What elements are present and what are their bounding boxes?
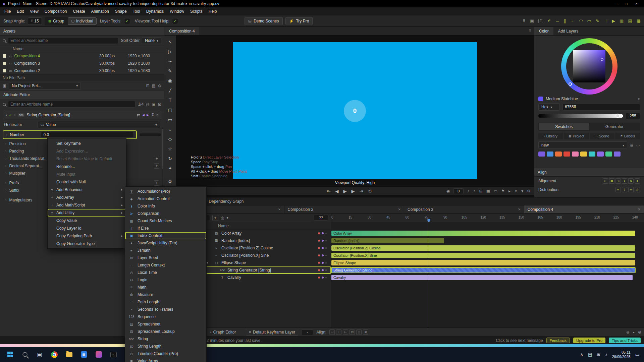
render-camera-icon[interactable]: ◉ <box>446 189 450 193</box>
asset-row[interactable]: ▭ Composition 2 30.00fps 644 x 362 <box>0 67 164 74</box>
visibility-circle-icon[interactable]: ○ <box>325 246 327 250</box>
context-menu-item[interactable]: + Copy Scripting Path ▸ <box>48 232 126 240</box>
submenu-item[interactable]: ↔ Length Context <box>125 261 206 269</box>
sv-selector[interactable] <box>601 58 603 61</box>
close-tab-icon[interactable]: × <box>278 207 280 212</box>
tab-generator[interactable]: Generator <box>590 123 640 130</box>
submenu-item[interactable]: ∑ Accumulator (Pro) <box>125 188 206 195</box>
alpha-slider[interactable] <box>538 114 623 118</box>
swatch-menu-icon[interactable]: ≣ <box>630 143 633 147</box>
keyframe-dot-icon[interactable] <box>318 240 320 242</box>
task-view-icon[interactable]: ▣ <box>32 347 47 362</box>
individual-button[interactable]: ▢ Individual <box>68 17 96 25</box>
maximize-button[interactable]: □ <box>621 1 631 6</box>
submenu-item[interactable]: = Math <box>125 284 206 291</box>
composition-tab[interactable]: Composition 4 × <box>524 205 644 213</box>
menu-item[interactable]: Create <box>70 9 88 14</box>
timeline-ruler[interactable]: 0153045607590105120135150165180195210225… <box>331 214 644 222</box>
color-swatch[interactable] <box>564 152 570 157</box>
keyframe-circle-icon[interactable]: ○ <box>5 149 6 153</box>
tray-meter-icon[interactable]: ▤ <box>588 352 592 357</box>
generator-dropdown[interactable]: 01 Value ▾ <box>38 121 160 128</box>
viewport-tab[interactable]: Composition 4 <box>164 27 200 35</box>
zoom-dot-icon[interactable]: ● <box>633 331 635 334</box>
keyframe-dot-icon[interactable] <box>318 247 320 249</box>
submenu-item[interactable]: 123 Sequence <box>125 313 206 320</box>
driver-dot-icon[interactable] <box>322 269 324 271</box>
snap-angle-field[interactable]: #15 <box>28 17 42 25</box>
submenu-item[interactable]: ✦ JavaScript Utility (Pro) <box>125 239 206 247</box>
keyframe-dot-icon[interactable] <box>318 269 320 271</box>
color-swatch[interactable] <box>589 152 595 157</box>
start-button[interactable] <box>3 347 17 362</box>
scene-tab[interactable]: ▭Scene <box>590 133 614 139</box>
assets-name-column-header[interactable]: Name <box>0 46 164 52</box>
menu-item[interactable]: File <box>1 9 14 14</box>
layer-tools-checkbox[interactable]: ✓ <box>124 18 130 24</box>
context-menu-item[interactable]: + Reset Attribute Value to Default ▸ <box>48 155 126 163</box>
close-tab-icon[interactable]: × <box>518 207 520 212</box>
alpha-handle[interactable] <box>615 114 620 118</box>
context-menu-item[interactable]: + Copy Value ▸ <box>48 217 126 224</box>
grid-cells-icon[interactable]: ▦ <box>637 18 641 23</box>
submenu-item[interactable]: if If Else <box>125 225 206 232</box>
distribute-gap-h-icon[interactable]: ⇼ <box>628 187 634 192</box>
align-left-icon[interactable]: ⇤ <box>603 178 608 184</box>
swap-connections-icon[interactable]: ⇄ <box>137 113 140 117</box>
color-swatch[interactable] <box>614 152 621 157</box>
tray-expand-icon[interactable]: ∧ <box>580 352 583 357</box>
clear-panel-icon[interactable]: ⊠ <box>158 102 161 107</box>
ruler-icon[interactable]: ▭ <box>587 18 591 23</box>
submenu-item[interactable]: ◔ Seconds To Frames <box>125 306 206 313</box>
keyframe-circle-icon[interactable]: ○ <box>6 133 7 136</box>
context-menu-item[interactable]: + Add Math/Script ▸ <box>48 201 126 209</box>
visibility-circle-icon[interactable]: ○ <box>325 276 327 279</box>
project-tab[interactable]: ▦Project <box>564 133 589 139</box>
grid-icon[interactable]: ▦ <box>486 189 490 193</box>
keyframe-circle-icon[interactable]: ○ <box>5 164 6 168</box>
step-back-button[interactable]: ◀ <box>335 189 339 194</box>
distribute-v-icon[interactable]: ⇳ <box>622 187 627 192</box>
enabled-check-icon[interactable]: ✓ <box>9 113 12 117</box>
tab-dependency-graph[interactable]: ⌗Dependency Graph <box>201 197 248 205</box>
audio-icon[interactable]: ♪ <box>467 189 469 193</box>
creative-app-icon[interactable] <box>91 347 106 362</box>
distribute-h-icon[interactable]: ⇹ <box>615 187 621 192</box>
sort-order-dropdown[interactable]: None▾ <box>142 37 161 44</box>
color-swatch[interactable] <box>580 152 587 157</box>
color-wheel[interactable] <box>561 38 618 95</box>
keyframe-circle-icon[interactable]: ○ <box>5 181 6 185</box>
context-menu-item[interactable]: + Add Utility ▸ <box>48 209 126 217</box>
visibility-circle-icon[interactable]: ○ <box>325 254 327 257</box>
group-button[interactable]: ▦ Group <box>45 17 67 25</box>
camera-tool[interactable]: ◉ <box>166 76 174 85</box>
key-align-right-icon[interactable]: ⊢ <box>343 329 348 335</box>
add-layer-button[interactable]: + <box>212 215 218 221</box>
color-swatch[interactable] <box>555 152 562 157</box>
play-align-icon[interactable]: ▶ <box>612 18 615 23</box>
submenu-item[interactable]: ℹ Color Info <box>125 202 206 210</box>
keyframe-circle-icon[interactable]: ○ <box>5 198 6 202</box>
next-node-icon[interactable]: ▶ <box>147 113 149 117</box>
submenu-item[interactable]: ab String Length <box>125 343 206 350</box>
minimize-button[interactable]: – <box>611 1 621 6</box>
prev-node-icon[interactable]: ◀ <box>142 113 145 117</box>
keyframe-circle-icon[interactable]: ○ <box>5 157 6 160</box>
fit-view-icon[interactable]: ▭ <box>494 189 497 193</box>
zoom-in-icon[interactable]: ⊕ <box>638 330 641 335</box>
tab-swatches[interactable]: Swatches <box>539 123 589 130</box>
eyedropper-icon[interactable]: ⌖ <box>638 97 640 101</box>
context-menu-item[interactable]: + Copy Layer Id ▸ <box>48 224 126 232</box>
dots-grid-icon[interactable]: ⠿ <box>522 18 526 23</box>
color-swatch[interactable] <box>597 152 604 157</box>
graph-editor-button[interactable]: ≈Graph Editor <box>207 329 239 336</box>
library-tab[interactable]: ⫶Library <box>538 133 563 139</box>
upgrade-to-pro-button[interactable]: Upgrade to Pro <box>573 338 605 343</box>
color-swatch[interactable] <box>605 152 612 157</box>
tab-add-layers[interactable]: Add Layers <box>553 27 583 35</box>
submenu-item[interactable]: abc String <box>125 335 206 343</box>
driver-dot-icon[interactable] <box>322 247 324 249</box>
menu-item[interactable]: Window <box>167 9 187 14</box>
viewport-settings-tool[interactable]: ⚙ <box>166 176 174 186</box>
align-right-icon[interactable]: ⇥ <box>615 178 621 184</box>
